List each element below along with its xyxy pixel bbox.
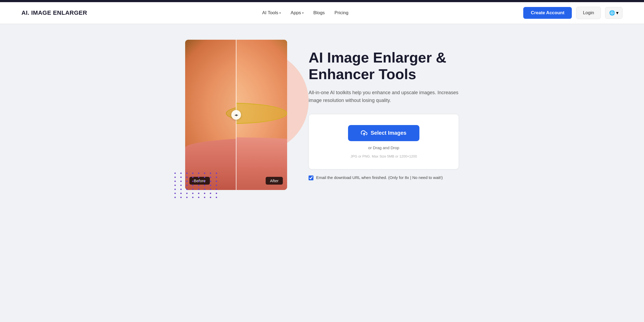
decorative-dot	[192, 197, 193, 198]
decorative-dot	[180, 189, 182, 190]
decorative-dot	[180, 181, 182, 182]
decorative-dot	[186, 197, 188, 198]
create-account-button[interactable]: Create Account	[523, 7, 572, 19]
hero-title: AI Image Enlarger & Enhancer Tools	[309, 49, 459, 82]
decorative-dot	[210, 189, 211, 190]
select-images-button[interactable]: Select Images	[348, 125, 419, 141]
decorative-dot	[198, 177, 199, 178]
after-label: After	[266, 177, 283, 185]
hero-subtitle: All-in-one AI toolkits help you enhance …	[309, 89, 459, 104]
decorative-dot	[204, 189, 205, 190]
nav-actions: Create Account Login 🌐 ▾	[523, 7, 623, 19]
decorative-dot	[174, 177, 176, 178]
decorative-dot	[174, 197, 176, 198]
nav-item-apps[interactable]: Apps ▾	[291, 10, 304, 16]
decorative-dot	[198, 181, 199, 182]
nav-item-blogs[interactable]: Blogs	[313, 10, 325, 16]
decorative-dot	[216, 177, 217, 178]
decorative-dot	[210, 197, 211, 198]
decorative-dot	[204, 197, 205, 198]
decorative-dot	[180, 185, 182, 186]
decorative-dot	[204, 177, 205, 178]
top-bar	[0, 0, 644, 2]
chevron-down-icon: ▾	[302, 11, 304, 15]
email-checkbox[interactable]	[309, 175, 313, 180]
decorative-dot	[198, 193, 199, 194]
decorative-dot	[174, 193, 176, 194]
navbar: AI. IMAGE ENLARGER AI Tools ▾ Apps ▾ Blo…	[0, 2, 644, 24]
comparison-image: Before After	[185, 40, 287, 190]
decorative-dot	[216, 193, 217, 194]
decorative-dot	[174, 173, 176, 174]
email-notice-text: Email the download URL when finished. (O…	[316, 175, 443, 181]
decorative-dot	[210, 173, 211, 174]
decorative-dot	[186, 193, 188, 194]
nav-links: AI Tools ▾ Apps ▾ Blogs Pricing	[262, 10, 348, 16]
decorative-dot	[192, 185, 193, 186]
decorative-dot	[198, 173, 199, 174]
decorative-dot	[204, 185, 205, 186]
upload-dropzone[interactable]: Select Images or Drag and Drop JPG or PN…	[309, 114, 459, 169]
decorative-dot	[216, 185, 217, 186]
decorative-dot	[186, 173, 188, 174]
decorative-dot	[204, 173, 205, 174]
decorative-dot	[216, 189, 217, 190]
decorative-dot	[198, 189, 199, 190]
decorative-dot	[186, 177, 188, 178]
upload-icon	[361, 130, 367, 136]
site-logo[interactable]: AI. IMAGE ENLARGER	[21, 9, 87, 16]
comparison-handle[interactable]	[231, 110, 241, 120]
decorative-dot	[216, 173, 217, 174]
decorative-dot	[216, 181, 217, 182]
language-selector[interactable]: 🌐 ▾	[605, 7, 623, 19]
login-button[interactable]: Login	[576, 7, 601, 19]
decorative-dot	[186, 185, 188, 186]
image-comparison-section: Before After	[185, 40, 287, 190]
nav-item-ai-tools[interactable]: AI Tools ▾	[262, 10, 281, 16]
drag-drop-text: or Drag and Drop	[368, 145, 399, 150]
decorative-dot	[210, 181, 211, 182]
decorative-dot	[174, 189, 176, 190]
decorative-dot	[210, 193, 211, 194]
decorative-dot	[186, 189, 188, 190]
decorative-dot	[192, 189, 193, 190]
decorative-dot	[192, 181, 193, 182]
hero-section: Before After AI Image Enlarger & Enhance…	[0, 24, 644, 206]
nav-item-pricing[interactable]: Pricing	[334, 10, 348, 16]
file-format-hint: JPG or PNG. Max Size 5MB or 1200×1200	[350, 154, 417, 158]
hero-content: AI Image Enlarger & Enhancer Tools All-i…	[309, 49, 459, 181]
decorative-dot	[204, 193, 205, 194]
decorative-dot	[216, 197, 217, 198]
decorative-dot	[192, 173, 193, 174]
decorative-dot	[174, 185, 176, 186]
decorative-dot	[180, 193, 182, 194]
decorative-dot	[192, 193, 193, 194]
decorative-dot	[204, 181, 205, 182]
decorative-dot	[174, 181, 176, 182]
decorative-dot	[180, 177, 182, 178]
decorative-dot	[180, 173, 182, 174]
decorative-dot	[186, 181, 188, 182]
email-notice-row: Email the download URL when finished. (O…	[309, 175, 459, 181]
decorative-dot	[210, 185, 211, 186]
chevron-down-icon: ▾	[279, 11, 281, 15]
chevron-down-icon: ▾	[616, 10, 619, 16]
dot-grid-decoration	[174, 173, 219, 198]
decorative-dot	[180, 197, 182, 198]
decorative-dot	[198, 197, 199, 198]
decorative-dot	[198, 185, 199, 186]
globe-icon: 🌐	[609, 10, 615, 16]
decorative-dot	[210, 177, 211, 178]
decorative-dot	[192, 177, 193, 178]
